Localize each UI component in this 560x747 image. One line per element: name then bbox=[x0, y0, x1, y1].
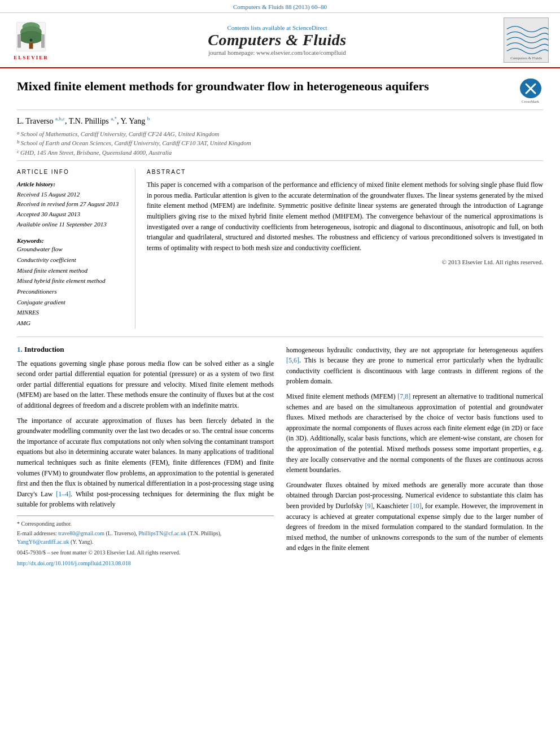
abstract-text: This paper is concerned with a compariso… bbox=[147, 180, 543, 253]
doi-link[interactable]: http://dx.doi.org/10.1016/j.compfluid.20… bbox=[17, 560, 131, 566]
received-date: Received 15 August 2012 bbox=[17, 190, 127, 200]
keyword-4: Mixed hybrid finite element method bbox=[17, 276, 127, 286]
intro-right-para-2: Mixed finite element methods (MFEM) [7,8… bbox=[286, 391, 543, 475]
elsevier-logo: ELSEVIER bbox=[11, 20, 51, 60]
svg-text:Computers & Fluids: Computers & Fluids bbox=[510, 56, 542, 60]
affiliation-2: b School of Earth and Ocean Sciences, Ca… bbox=[17, 138, 543, 148]
elsevier-tree-icon bbox=[11, 20, 51, 54]
affiliations: a School of Mathematics, Cardiff Univers… bbox=[17, 129, 543, 158]
elsevier-label: ELSEVIER bbox=[14, 55, 49, 60]
journal-cover-svg: Computers & Fluids bbox=[504, 18, 548, 63]
authors-line: L. Traverso a,b,c, T.N. Phillips a,*, Y.… bbox=[17, 116, 543, 126]
svg-point-3 bbox=[19, 31, 44, 43]
ref-link-5-6[interactable]: [5,6] bbox=[286, 356, 299, 364]
body-columns: 1. Introduction The equations governing … bbox=[17, 345, 543, 579]
ref-link-7-8[interactable]: [7,8] bbox=[397, 392, 410, 400]
email-link-traverso[interactable]: trave80@gmail.com bbox=[58, 530, 104, 536]
svg-rect-6 bbox=[41, 34, 45, 48]
svg-rect-4 bbox=[29, 43, 33, 49]
journal-center-info: Contents lists available at ScienceDirec… bbox=[51, 24, 504, 56]
available-date: Available online 11 September 2013 bbox=[17, 220, 127, 230]
intro-title-text: Introduction bbox=[24, 345, 64, 353]
journal-cover-image: Computers & Fluids bbox=[504, 18, 549, 63]
author-3: Y. Yang bbox=[120, 117, 147, 125]
issn-line: 0045-7930/$ – see front matter © 2013 El… bbox=[17, 548, 274, 557]
keyword-3: Mixed finite element method bbox=[17, 265, 127, 276]
journal-reference: Computers & Fluids 88 (2013) 60–80 bbox=[0, 0, 560, 13]
keywords-section: Keywords: Groundwater flow Conductivity … bbox=[17, 237, 127, 329]
email-link-yang[interactable]: YangY6@cardiff.ac.uk bbox=[17, 539, 69, 545]
keyword-5: Preconditioners bbox=[17, 286, 127, 297]
ref-link-1-4[interactable]: [1–4] bbox=[56, 490, 71, 498]
body-left-column: 1. Introduction The equations governing … bbox=[17, 345, 274, 567]
author-1-sup: a,b,c bbox=[55, 116, 65, 121]
crossmark-icon bbox=[520, 78, 541, 98]
article-history: Article history: Received 15 August 2012… bbox=[17, 180, 127, 229]
copyright-notice: © 2013 Elsevier Ltd. All rights reserved… bbox=[147, 259, 543, 265]
body-right-column: homogeneous hydraulic conductivity, they… bbox=[286, 345, 543, 567]
footnote-section: * Corresponding author. E-mail addresses… bbox=[17, 516, 274, 567]
keyword-6: Conjugate gradient bbox=[17, 297, 127, 308]
unknowns-text: unknowns bbox=[372, 534, 400, 541]
homepage-url: journal homepage: www.elsevier.com/locat… bbox=[51, 49, 504, 56]
sciencedirect-link[interactable]: ScienceDirect bbox=[292, 24, 327, 31]
abstract-column: ABSTRACT This paper is concerned with a … bbox=[147, 169, 543, 328]
keyword-7: MINRES bbox=[17, 307, 127, 318]
article-container: Mixed finite element methods for groundw… bbox=[0, 68, 560, 579]
intro-right-para-3: Groundwater fluxes obtained by mixed met… bbox=[286, 480, 543, 553]
intro-paragraph-1: The equations governing single phase por… bbox=[17, 359, 274, 411]
keywords-label: Keywords: bbox=[17, 237, 127, 244]
journal-title: Computers & Fluids bbox=[51, 31, 504, 49]
corresponding-note: * Corresponding author. bbox=[17, 519, 274, 528]
author-2-sup: a,* bbox=[111, 116, 117, 121]
accepted-date: Accepted 30 August 2013 bbox=[17, 209, 127, 220]
authors-section: L. Traverso a,b,c, T.N. Phillips a,*, Y.… bbox=[17, 110, 543, 160]
keyword-list: Groundwater flow Conductivity coefficien… bbox=[17, 244, 127, 329]
section-divider bbox=[17, 337, 543, 337]
revised-date: Received in revised form 27 August 2013 bbox=[17, 199, 127, 209]
author-2: T.N. Phillips bbox=[69, 117, 111, 125]
article-title-section: Mixed finite element methods for groundw… bbox=[17, 68, 543, 110]
history-label: Article history: bbox=[17, 180, 127, 190]
article-info-heading: ARTICLE INFO bbox=[17, 169, 127, 175]
affiliation-3: c GHD, 145 Ann Street, Brisbane, Queensl… bbox=[17, 148, 543, 158]
svg-point-7 bbox=[29, 38, 32, 41]
crossmark-badge: CrossMark bbox=[518, 78, 543, 104]
keyword-1: Groundwater flow bbox=[17, 244, 127, 255]
author-1: L. Traverso bbox=[17, 117, 55, 125]
sciencedirect-note: Contents lists available at ScienceDirec… bbox=[51, 24, 504, 31]
article-title: Mixed finite element methods for groundw… bbox=[17, 78, 429, 95]
crossmark-svg bbox=[524, 82, 537, 95]
doi-line: http://dx.doi.org/10.1016/j.compfluid.20… bbox=[17, 559, 274, 567]
intro-right-para-1: homogeneous hydraulic conductivity, they… bbox=[286, 345, 543, 387]
info-abstract-columns: ARTICLE INFO Article history: Received 1… bbox=[17, 160, 543, 328]
affiliation-1: a School of Mathematics, Cardiff Univers… bbox=[17, 129, 543, 139]
intro-number: 1. bbox=[17, 345, 23, 353]
ref-link-9[interactable]: [9] bbox=[365, 502, 373, 510]
email-note: E-mail addresses: trave80@gmail.com (L. … bbox=[17, 529, 274, 546]
journal-header: ELSEVIER Contents lists available at Sci… bbox=[0, 13, 560, 68]
abstract-heading: ABSTRACT bbox=[147, 169, 543, 175]
intro-paragraph-2: The importance of accurate approximation… bbox=[17, 416, 274, 510]
svg-rect-5 bbox=[18, 34, 21, 48]
crossmark-label: CrossMark bbox=[522, 99, 539, 104]
keyword-2: Conductivity coefficient bbox=[17, 255, 127, 265]
author-3-sup: b bbox=[147, 116, 150, 121]
intro-title: 1. Introduction bbox=[17, 345, 274, 354]
email-link-phillips[interactable]: PhillipsTN@cf.ac.uk bbox=[138, 530, 186, 536]
keyword-8: AMG bbox=[17, 318, 127, 329]
ref-link-10[interactable]: [10] bbox=[410, 502, 422, 510]
journal-ref-text: Computers & Fluids 88 (2013) 60–80 bbox=[233, 3, 327, 10]
article-info-column: ARTICLE INFO Article history: Received 1… bbox=[17, 169, 135, 328]
